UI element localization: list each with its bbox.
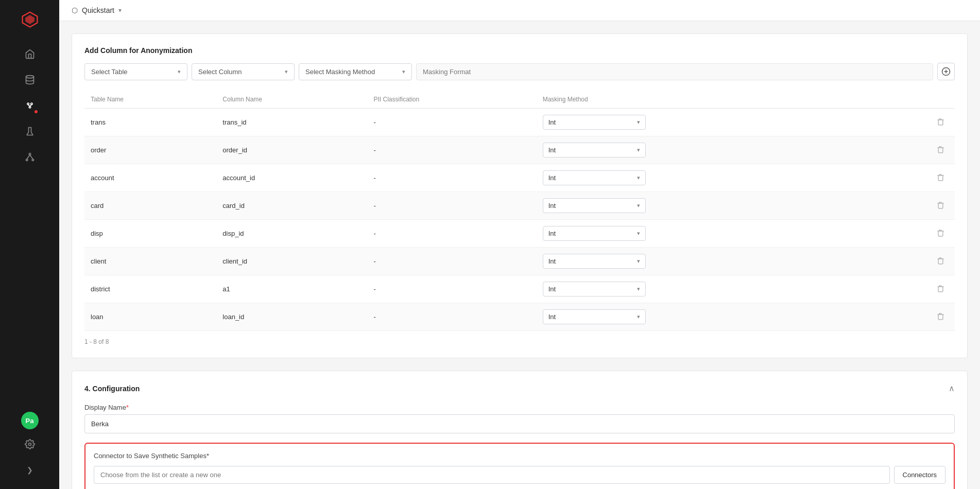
- table-row: account account_id - Int ▾: [84, 164, 955, 192]
- select-masking-label: Select Masking Method: [305, 68, 375, 76]
- sidebar-item-lab[interactable]: [19, 120, 41, 142]
- masking-method-select[interactable]: Int ▾: [543, 143, 646, 158]
- table-row: disp disp_id - Int ▾: [84, 220, 955, 248]
- cell-masking-method: Int ▾: [537, 275, 872, 303]
- add-column-button[interactable]: [937, 63, 955, 80]
- select-column-label: Select Column: [198, 68, 242, 76]
- cell-table-name: trans: [84, 109, 216, 136]
- select-table-label: Select Table: [91, 68, 128, 76]
- svg-line-7: [30, 104, 31, 106]
- cell-column-name: disp_id: [216, 220, 367, 248]
- breadcrumb-header: ⬡ Quickstart ▾: [59, 0, 980, 21]
- delete-row-button[interactable]: [933, 310, 949, 324]
- svg-line-12: [30, 155, 33, 159]
- chevron-down-icon: ▾: [178, 68, 181, 75]
- col-header-masking: Masking Method: [537, 91, 872, 109]
- app-logo: [19, 8, 41, 31]
- cell-table-name: order: [84, 136, 216, 164]
- cell-pii: -: [368, 275, 537, 303]
- col-header-pii: PII Classification: [368, 91, 537, 109]
- masking-method-select[interactable]: Int ▾: [543, 198, 646, 213]
- table-row: order order_id - Int ▾: [84, 136, 955, 164]
- cell-delete: [872, 248, 955, 275]
- user-avatar[interactable]: Pa: [21, 412, 39, 429]
- chevron-down-icon: ▾: [402, 68, 405, 75]
- masking-method-select[interactable]: Int ▾: [543, 254, 646, 269]
- sidebar-item-database[interactable]: [19, 69, 41, 91]
- cell-column-name: client_id: [216, 248, 367, 275]
- cell-delete: [872, 220, 955, 248]
- cell-delete: [872, 192, 955, 220]
- delete-row-button[interactable]: [933, 227, 949, 240]
- svg-marker-1: [25, 15, 35, 24]
- table-row: trans trans_id - Int ▾: [84, 109, 955, 136]
- svg-line-11: [27, 155, 30, 159]
- cell-table-name: loan: [84, 303, 216, 331]
- masking-method-select[interactable]: Int ▾: [543, 309, 646, 324]
- delete-row-button[interactable]: [933, 255, 949, 268]
- cell-table-name: account: [84, 164, 216, 192]
- masking-method-select[interactable]: Int ▾: [543, 226, 646, 241]
- cell-column-name: trans_id: [216, 109, 367, 136]
- cell-pii: -: [368, 303, 537, 331]
- table-header-row: Table Name Column Name PII Classificatio…: [84, 91, 955, 109]
- chevron-down-icon[interactable]: ▾: [118, 7, 122, 14]
- cell-column-name: order_id: [216, 136, 367, 164]
- cell-pii: -: [368, 248, 537, 275]
- delete-row-button[interactable]: [933, 283, 949, 296]
- cell-column-name: loan_id: [216, 303, 367, 331]
- page-content: Add Column for Anonymization Select Tabl…: [59, 33, 980, 489]
- masking-method-select[interactable]: Int ▾: [543, 170, 646, 185]
- cell-delete: [872, 109, 955, 136]
- configuration-section: 4. Configuration ∧ Display Name* Connect…: [72, 371, 968, 489]
- cell-delete: [872, 275, 955, 303]
- sidebar-bottom: Pa ❯: [19, 412, 41, 481]
- sidebar-item-settings[interactable]: [19, 433, 41, 455]
- cell-table-name: disp: [84, 220, 216, 248]
- connectors-button[interactable]: Connectors: [894, 466, 945, 484]
- cell-masking-method: Int ▾: [537, 248, 872, 275]
- connector-box: Connector to Save Synthetic Samples* Con…: [84, 443, 955, 489]
- sidebar-expand-button[interactable]: ❯: [19, 459, 41, 481]
- masking-method-select[interactable]: Int ▾: [543, 282, 646, 296]
- add-column-row: Select Table ▾ Select Column ▾ Select Ma…: [84, 63, 955, 80]
- svg-point-2: [26, 76, 33, 78]
- connector-input[interactable]: [94, 466, 890, 484]
- masking-format-input[interactable]: [416, 63, 933, 80]
- col-header-table-name: Table Name: [84, 91, 216, 109]
- collapse-button[interactable]: ∧: [949, 383, 955, 393]
- cell-pii: -: [368, 220, 537, 248]
- delete-row-button[interactable]: [933, 144, 949, 157]
- add-column-section: Add Column for Anonymization Select Tabl…: [72, 33, 968, 358]
- cell-column-name: a1: [216, 275, 367, 303]
- sidebar: Pa ❯: [0, 0, 59, 489]
- delete-row-button[interactable]: [933, 171, 949, 185]
- delete-row-button[interactable]: [933, 116, 949, 129]
- cell-column-name: account_id: [216, 164, 367, 192]
- sidebar-item-network[interactable]: [19, 146, 41, 168]
- add-column-title: Add Column for Anonymization: [84, 46, 955, 55]
- display-name-input[interactable]: [84, 414, 955, 433]
- table-row: card card_id - Int ▾: [84, 192, 955, 220]
- cell-delete: [872, 164, 955, 192]
- sidebar-item-transform[interactable]: [19, 95, 41, 116]
- chevron-down-icon: ▾: [285, 68, 288, 75]
- cell-masking-method: Int ▾: [537, 109, 872, 136]
- cell-pii: -: [368, 136, 537, 164]
- cell-table-name: client: [84, 248, 216, 275]
- cell-masking-method: Int ▾: [537, 192, 872, 220]
- sidebar-item-home[interactable]: [19, 43, 41, 65]
- select-table-dropdown[interactable]: Select Table ▾: [84, 63, 187, 80]
- select-column-dropdown[interactable]: Select Column ▾: [192, 63, 295, 80]
- masking-method-select[interactable]: Int ▾: [543, 115, 646, 130]
- display-name-label: Display Name*: [84, 404, 955, 411]
- cell-table-name: card: [84, 192, 216, 220]
- table-row: district a1 - Int ▾: [84, 275, 955, 303]
- delete-row-button[interactable]: [933, 199, 949, 213]
- select-masking-dropdown[interactable]: Select Masking Method ▾: [299, 63, 412, 80]
- cell-column-name: card_id: [216, 192, 367, 220]
- main-content: ⬡ Quickstart ▾ Add Column for Anonymizat…: [59, 0, 980, 489]
- cell-masking-method: Int ▾: [537, 164, 872, 192]
- cell-masking-method: Int ▾: [537, 303, 872, 331]
- cell-pii: -: [368, 192, 537, 220]
